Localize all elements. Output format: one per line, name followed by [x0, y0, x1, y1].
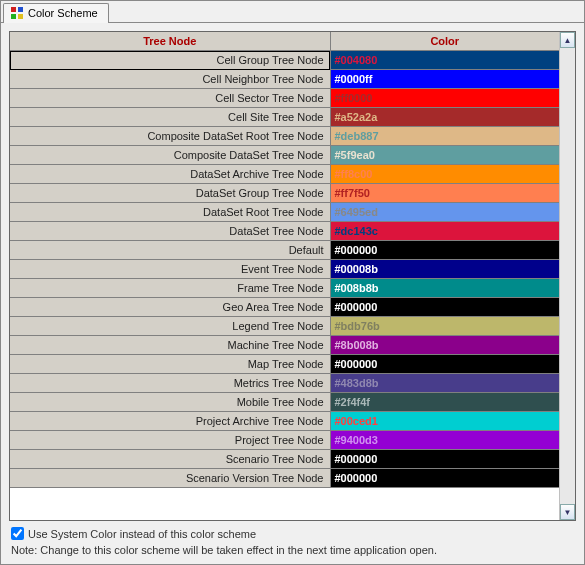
svg-rect-3 — [18, 14, 23, 19]
tree-node-cell[interactable]: Composite DataSet Tree Node — [10, 146, 330, 165]
header-tree-node[interactable]: Tree Node — [10, 32, 330, 51]
tree-node-cell[interactable]: Legend Tree Node — [10, 317, 330, 336]
table-row[interactable]: Mobile Tree Node#2f4f4f — [10, 393, 559, 412]
tree-node-cell[interactable]: Cell Sector Tree Node — [10, 89, 330, 108]
tab-color-scheme[interactable]: Color Scheme — [3, 3, 109, 23]
color-swatch-cell[interactable]: #000000 — [330, 450, 559, 469]
table-row[interactable]: Composite DataSet Root Tree Node#deb887 — [10, 127, 559, 146]
tree-node-cell[interactable]: Frame Tree Node — [10, 279, 330, 298]
tree-node-cell[interactable]: Metrics Tree Node — [10, 374, 330, 393]
tab-label: Color Scheme — [28, 7, 98, 19]
tree-node-cell[interactable]: Scenario Tree Node — [10, 450, 330, 469]
footer-note: Note: Change to this color scheme will b… — [11, 544, 574, 556]
color-swatch-cell[interactable]: #5f9ea0 — [330, 146, 559, 165]
color-swatch-cell[interactable]: #9400d3 — [330, 431, 559, 450]
palette-icon — [10, 6, 24, 20]
table-row[interactable]: Composite DataSet Tree Node#5f9ea0 — [10, 146, 559, 165]
table-row[interactable]: DataSet Tree Node#dc143c — [10, 222, 559, 241]
tree-node-cell[interactable]: Project Tree Node — [10, 431, 330, 450]
tree-node-cell[interactable]: Event Tree Node — [10, 260, 330, 279]
table-row[interactable]: Cell Group Tree Node#004080 — [10, 51, 559, 70]
footer: Use System Color instead of this color s… — [9, 527, 576, 556]
scroll-track[interactable] — [560, 48, 575, 504]
color-swatch-cell[interactable]: #0000ff — [330, 70, 559, 89]
color-swatch-cell[interactable]: #bdb76b — [330, 317, 559, 336]
table-row[interactable]: Machine Tree Node#8b008b — [10, 336, 559, 355]
tree-node-cell[interactable]: Cell Site Tree Node — [10, 108, 330, 127]
color-swatch-cell[interactable]: #6495ed — [330, 203, 559, 222]
tree-node-cell[interactable]: DataSet Group Tree Node — [10, 184, 330, 203]
tab-bar: Color Scheme — [1, 1, 584, 23]
table-row[interactable]: Cell Site Tree Node#a52a2a — [10, 108, 559, 127]
tree-node-cell[interactable]: Machine Tree Node — [10, 336, 330, 355]
color-swatch-cell[interactable]: #000000 — [330, 298, 559, 317]
table-row[interactable]: Cell Sector Tree Node#ff0000 — [10, 89, 559, 108]
color-scheme-window: Color Scheme Tree Node Color Cell Group … — [0, 0, 585, 565]
color-swatch-cell[interactable]: #ff8c00 — [330, 165, 559, 184]
color-swatch-cell[interactable]: #004080 — [330, 51, 559, 70]
color-swatch-cell[interactable]: #00008b — [330, 260, 559, 279]
color-swatch-cell[interactable]: #ff0000 — [330, 89, 559, 108]
color-swatch-cell[interactable]: #dc143c — [330, 222, 559, 241]
tree-node-cell[interactable]: DataSet Archive Tree Node — [10, 165, 330, 184]
tree-node-cell[interactable]: DataSet Root Tree Node — [10, 203, 330, 222]
color-swatch-cell[interactable]: #8b008b — [330, 336, 559, 355]
scroll-up-button[interactable]: ▲ — [560, 32, 575, 48]
tree-node-cell[interactable]: Cell Neighbor Tree Node — [10, 70, 330, 89]
tree-node-cell[interactable]: Project Archive Tree Node — [10, 412, 330, 431]
table-row[interactable]: Scenario Version Tree Node#000000 — [10, 469, 559, 488]
table-row[interactable]: DataSet Archive Tree Node#ff8c00 — [10, 165, 559, 184]
svg-rect-1 — [18, 7, 23, 12]
tree-node-cell[interactable]: Cell Group Tree Node — [10, 51, 330, 70]
color-table-container: Tree Node Color Cell Group Tree Node#004… — [9, 31, 576, 521]
vertical-scrollbar[interactable]: ▲ ▼ — [559, 32, 575, 520]
tree-node-cell[interactable]: Scenario Version Tree Node — [10, 469, 330, 488]
table-row[interactable]: Cell Neighbor Tree Node#0000ff — [10, 70, 559, 89]
table-row[interactable]: Metrics Tree Node#483d8b — [10, 374, 559, 393]
content-area: Tree Node Color Cell Group Tree Node#004… — [1, 23, 584, 564]
table-row[interactable]: Map Tree Node#000000 — [10, 355, 559, 374]
color-swatch-cell[interactable]: #2f4f4f — [330, 393, 559, 412]
color-swatch-cell[interactable]: #008b8b — [330, 279, 559, 298]
color-swatch-cell[interactable]: #00ced1 — [330, 412, 559, 431]
table-row[interactable]: Frame Tree Node#008b8b — [10, 279, 559, 298]
tree-node-cell[interactable]: Geo Area Tree Node — [10, 298, 330, 317]
svg-rect-0 — [11, 7, 16, 12]
use-system-color-label: Use System Color instead of this color s… — [28, 528, 256, 540]
table-row[interactable]: DataSet Group Tree Node#ff7f50 — [10, 184, 559, 203]
table-row[interactable]: DataSet Root Tree Node#6495ed — [10, 203, 559, 222]
svg-rect-2 — [11, 14, 16, 19]
color-swatch-cell[interactable]: #deb887 — [330, 127, 559, 146]
tree-node-cell[interactable]: Mobile Tree Node — [10, 393, 330, 412]
table-row[interactable]: Project Archive Tree Node#00ced1 — [10, 412, 559, 431]
color-swatch-cell[interactable]: #483d8b — [330, 374, 559, 393]
scroll-down-button[interactable]: ▼ — [560, 504, 575, 520]
table-row[interactable]: Scenario Tree Node#000000 — [10, 450, 559, 469]
header-color[interactable]: Color — [330, 32, 559, 51]
table-row[interactable]: Project Tree Node#9400d3 — [10, 431, 559, 450]
color-swatch-cell[interactable]: #000000 — [330, 355, 559, 374]
tree-node-cell[interactable]: Default — [10, 241, 330, 260]
table-row[interactable]: Default#000000 — [10, 241, 559, 260]
color-table: Tree Node Color Cell Group Tree Node#004… — [10, 32, 559, 488]
tree-node-cell[interactable]: Composite DataSet Root Tree Node — [10, 127, 330, 146]
color-swatch-cell[interactable]: #000000 — [330, 469, 559, 488]
tree-node-cell[interactable]: Map Tree Node — [10, 355, 330, 374]
tree-node-cell[interactable]: DataSet Tree Node — [10, 222, 330, 241]
color-swatch-cell[interactable]: #a52a2a — [330, 108, 559, 127]
table-row[interactable]: Legend Tree Node#bdb76b — [10, 317, 559, 336]
color-swatch-cell[interactable]: #000000 — [330, 241, 559, 260]
table-row[interactable]: Event Tree Node#00008b — [10, 260, 559, 279]
use-system-color-checkbox[interactable] — [11, 527, 24, 540]
use-system-color-row[interactable]: Use System Color instead of this color s… — [11, 527, 574, 540]
color-table-scroll[interactable]: Tree Node Color Cell Group Tree Node#004… — [10, 32, 559, 520]
table-row[interactable]: Geo Area Tree Node#000000 — [10, 298, 559, 317]
color-swatch-cell[interactable]: #ff7f50 — [330, 184, 559, 203]
